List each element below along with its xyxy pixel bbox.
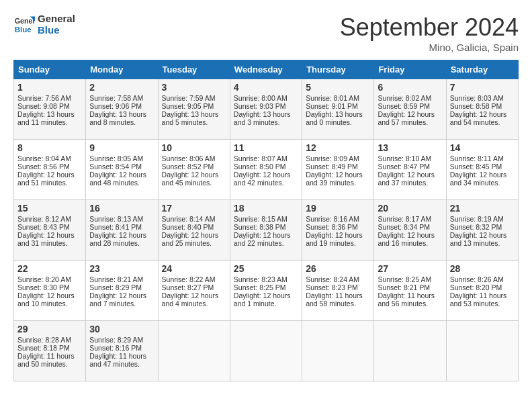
day-number: 24 <box>162 263 226 274</box>
day-info-line: Daylight: 12 hours <box>450 171 515 179</box>
day-number: 15 <box>17 203 82 214</box>
day-info-line: Sunset: 8:25 PM <box>234 283 298 291</box>
day-info-line: Sunrise: 8:22 AM <box>162 275 226 283</box>
day-number: 1 <box>17 82 82 93</box>
day-info-line: and 19 minutes. <box>306 239 370 247</box>
day-number: 19 <box>306 203 370 214</box>
day-info-line: Daylight: 11 hours <box>306 291 370 300</box>
day-info-line: Sunrise: 8:29 AM <box>89 336 154 344</box>
day-info-line: Sunrise: 8:17 AM <box>378 215 442 223</box>
day-info-line: Sunrise: 8:23 AM <box>234 275 298 283</box>
day-info-line: Daylight: 13 hours <box>162 110 226 118</box>
calendar-cell: 13Sunrise: 8:10 AMSunset: 8:47 PMDayligh… <box>374 140 446 200</box>
calendar-cell: 10Sunrise: 8:06 AMSunset: 8:52 PMDayligh… <box>158 140 230 200</box>
day-info-line: and 56 minutes. <box>378 300 442 308</box>
day-info-line: Daylight: 12 hours <box>378 171 442 179</box>
logo-general: General <box>38 13 75 25</box>
calendar-cell: 7Sunrise: 8:03 AMSunset: 8:58 PMDaylight… <box>446 79 518 140</box>
day-info-line: Sunrise: 8:13 AM <box>89 215 154 223</box>
day-number: 13 <box>378 142 442 153</box>
day-info-line: Sunrise: 8:11 AM <box>450 154 515 163</box>
day-info-line: Sunset: 9:01 PM <box>306 102 370 110</box>
day-info-line: Sunset: 8:23 PM <box>306 283 370 291</box>
calendar-cell: 26Sunrise: 8:24 AMSunset: 8:23 PMDayligh… <box>302 261 374 321</box>
calendar-week-1: 1Sunrise: 7:56 AMSunset: 9:08 PMDaylight… <box>14 79 519 140</box>
day-info-line: and 3 minutes. <box>234 118 298 126</box>
day-info-line: Daylight: 12 hours <box>17 171 82 179</box>
day-number: 20 <box>378 203 442 214</box>
day-info-line: Sunrise: 8:24 AM <box>306 275 370 283</box>
day-info-line: Daylight: 12 hours <box>234 171 298 179</box>
day-number: 26 <box>306 263 370 274</box>
calendar-cell: 4Sunrise: 8:00 AMSunset: 9:03 PMDaylight… <box>230 79 302 140</box>
calendar-cell <box>446 321 518 381</box>
day-number: 18 <box>234 203 298 214</box>
day-info-line: Sunrise: 8:07 AM <box>234 154 298 163</box>
day-info-line: and 42 minutes. <box>234 179 298 187</box>
day-info-line: and 48 minutes. <box>89 179 154 187</box>
day-info-line: Sunrise: 8:10 AM <box>378 154 442 163</box>
day-info-line: and 28 minutes. <box>89 239 154 247</box>
calendar-cell: 18Sunrise: 8:15 AMSunset: 8:38 PMDayligh… <box>230 200 302 261</box>
weekday-header-friday: Friday <box>374 60 446 79</box>
day-info-line: and 0 minutes. <box>306 118 370 126</box>
day-info-line: Sunrise: 8:26 AM <box>450 275 515 283</box>
weekday-header-row: SundayMondayTuesdayWednesdayThursdayFrid… <box>14 60 519 79</box>
day-number: 3 <box>162 82 226 93</box>
day-number: 12 <box>306 142 370 153</box>
calendar-cell: 5Sunrise: 8:01 AMSunset: 9:01 PMDaylight… <box>302 79 374 140</box>
day-info-line: and 13 minutes. <box>450 239 515 247</box>
day-info-line: and 51 minutes. <box>17 179 82 187</box>
day-info-line: Sunset: 8:59 PM <box>378 102 442 110</box>
day-info-line: Daylight: 13 hours <box>89 110 154 118</box>
calendar-cell: 24Sunrise: 8:22 AMSunset: 8:27 PMDayligh… <box>158 261 230 321</box>
calendar-cell: 17Sunrise: 8:14 AMSunset: 8:40 PMDayligh… <box>158 200 230 261</box>
day-info-line: and 16 minutes. <box>378 239 442 247</box>
calendar-cell: 30Sunrise: 8:29 AMSunset: 8:16 PMDayligh… <box>86 321 158 381</box>
day-info-line: and 50 minutes. <box>17 360 82 368</box>
calendar-cell <box>158 321 230 381</box>
day-info-line: and 4 minutes. <box>162 300 226 308</box>
day-info-line: and 5 minutes. <box>162 118 226 126</box>
day-info-line: Sunrise: 7:59 AM <box>162 94 226 102</box>
logo-icon: General Blue <box>13 14 35 36</box>
day-info-line: Sunset: 8:41 PM <box>89 223 154 231</box>
calendar-cell: 6Sunrise: 8:02 AMSunset: 8:59 PMDaylight… <box>374 79 446 140</box>
calendar-cell: 20Sunrise: 8:17 AMSunset: 8:34 PMDayligh… <box>374 200 446 261</box>
day-info-line: Sunrise: 8:02 AM <box>378 94 442 102</box>
day-info-line: Sunset: 8:20 PM <box>450 283 515 291</box>
calendar-week-5: 29Sunrise: 8:28 AMSunset: 8:18 PMDayligh… <box>14 321 519 381</box>
calendar-cell: 9Sunrise: 8:05 AMSunset: 8:54 PMDaylight… <box>86 140 158 200</box>
day-number: 2 <box>89 82 154 93</box>
calendar-cell: 16Sunrise: 8:13 AMSunset: 8:41 PMDayligh… <box>86 200 158 261</box>
svg-text:Blue: Blue <box>15 25 32 33</box>
day-number: 22 <box>17 263 82 274</box>
day-info-line: Sunrise: 8:05 AM <box>89 154 154 163</box>
day-info-line: Sunrise: 8:15 AM <box>234 215 298 223</box>
day-info-line: Sunset: 9:08 PM <box>17 102 82 110</box>
day-info-line: Sunrise: 8:19 AM <box>450 215 515 223</box>
day-number: 11 <box>234 142 298 153</box>
calendar-cell: 8Sunrise: 8:04 AMSunset: 8:56 PMDaylight… <box>14 140 86 200</box>
calendar-cell: 21Sunrise: 8:19 AMSunset: 8:32 PMDayligh… <box>446 200 518 261</box>
day-info-line: Daylight: 12 hours <box>162 291 226 300</box>
calendar-cell: 1Sunrise: 7:56 AMSunset: 9:08 PMDaylight… <box>14 79 86 140</box>
day-number: 25 <box>234 263 298 274</box>
day-info-line: Daylight: 12 hours <box>89 231 154 239</box>
weekday-header-saturday: Saturday <box>446 60 518 79</box>
calendar-cell <box>302 321 374 381</box>
day-info-line: and 10 minutes. <box>17 300 82 308</box>
day-info-line: and 31 minutes. <box>17 239 82 247</box>
weekday-header-sunday: Sunday <box>14 60 86 79</box>
calendar-cell: 11Sunrise: 8:07 AMSunset: 8:50 PMDayligh… <box>230 140 302 200</box>
calendar-cell: 12Sunrise: 8:09 AMSunset: 8:49 PMDayligh… <box>302 140 374 200</box>
day-info-line: Sunset: 9:06 PM <box>89 102 154 110</box>
day-info-line: Daylight: 12 hours <box>162 231 226 239</box>
day-number: 27 <box>378 263 442 274</box>
day-info-line: Sunset: 8:27 PM <box>162 283 226 291</box>
day-info-line: Sunset: 8:49 PM <box>306 163 370 171</box>
day-info-line: Sunset: 8:38 PM <box>234 223 298 231</box>
day-info-line: Sunrise: 8:12 AM <box>17 215 82 223</box>
logo: General Blue General Blue <box>13 13 75 36</box>
day-info-line: Daylight: 12 hours <box>450 231 515 239</box>
